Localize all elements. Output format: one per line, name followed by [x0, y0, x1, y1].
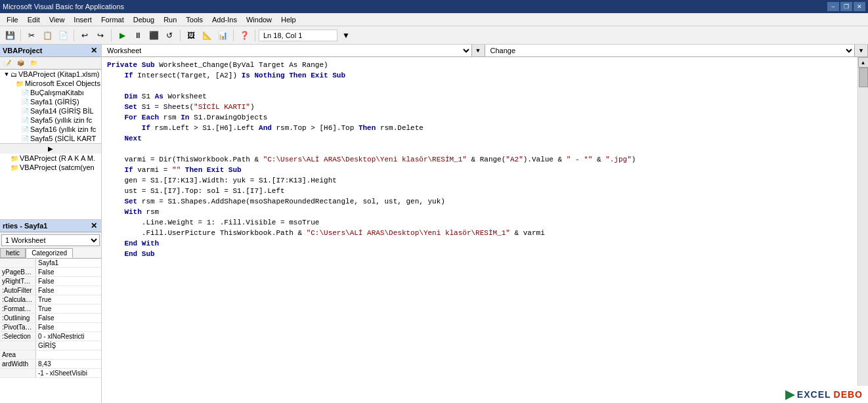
object-dropdown-btn[interactable]: ▼	[472, 45, 485, 56]
tree-item-satcm[interactable]: 📁 VBAProject (satcm(yen	[0, 163, 101, 172]
toolbar-undo[interactable]: ↩	[77, 28, 92, 43]
restore-button[interactable]: ❐	[840, 2, 852, 11]
toolbar-design[interactable]: 📐	[200, 28, 214, 43]
title-bar: Microsoft Visual Basic for Applications …	[0, 0, 868, 13]
sheet-icon: 📄	[21, 117, 29, 124]
prop-value[interactable]: 8,43	[36, 360, 101, 368]
tree-item-sayfa14[interactable]: 📄 Sayfa14 (GİRİŞ BİL	[0, 106, 101, 116]
menu-format[interactable]: Format	[97, 14, 128, 25]
scroll-track[interactable]	[859, 68, 868, 392]
props-row-yrighttolef: yRightToLef False	[0, 277, 101, 286]
code-container: Private Sub Worksheet_Change(ByVal Targe…	[102, 57, 868, 403]
toolbar-save[interactable]: 💾	[3, 28, 17, 43]
object-dropdown[interactable]: Worksheet	[102, 45, 472, 56]
toolbar: 💾 ✂ 📋 📄 ↩ ↪ ▶ ⏸ ⬛ ↺ 🖼 📐 📊 ❓ Ln 18, Col 1…	[0, 26, 868, 45]
props-row-ypagebreak: yPageBreak False	[0, 268, 101, 277]
menu-view[interactable]: View	[45, 14, 69, 25]
tree-item-sayfa15[interactable]: 📄 Sayfa5 (yıllık izin fc	[0, 116, 101, 125]
properties-close-button[interactable]: ✕	[89, 221, 98, 230]
toolbar-sep-4	[180, 30, 181, 41]
menu-insert[interactable]: Insert	[70, 14, 96, 25]
prop-value[interactable]: -1 - xlSheetVisibi	[36, 369, 101, 377]
menu-tools[interactable]: Tools	[182, 14, 207, 25]
folder-icon: 📁	[11, 155, 18, 162]
toolbar-sep-3	[111, 30, 112, 41]
toolbar-reset[interactable]: ↺	[162, 28, 177, 43]
menu-edit[interactable]: Edit	[24, 14, 44, 25]
prop-name: :FormatCon	[0, 305, 36, 313]
prop-value[interactable]: False	[36, 268, 101, 276]
logo-area: ▶ EXCEL DEBO	[785, 387, 863, 402]
prop-value[interactable]: True	[36, 305, 101, 313]
prop-value[interactable]: False	[36, 323, 101, 331]
close-button[interactable]: ✕	[854, 2, 865, 11]
tree-item-excel-objects[interactable]: 📁 Microsoft Excel Objects	[0, 79, 101, 88]
tree-item-sayfa5[interactable]: 📄 Sayfa5 (SİCİL KART	[0, 134, 101, 143]
properties-table: Sayfa1 yPageBreak False yRightToLef Fals…	[0, 259, 101, 403]
tree-item-kitap1[interactable]: ▼ 🗂 VBAProject (Kitap1.xlsm)	[0, 70, 101, 79]
sheet-icon: 📄	[21, 126, 29, 133]
properties-panel: rties - Sayfa1 ✕ 1 Worksheet hetic Categ…	[0, 219, 101, 403]
tree-item-rakam[interactable]: 📁 VBAProject (R A K A M.	[0, 154, 101, 163]
prop-value[interactable]: False	[36, 277, 101, 286]
props-row-selection: :Selection 0 - xlNoRestricti	[0, 332, 101, 341]
procedure-dropdown[interactable]: Change	[485, 45, 856, 56]
tree-label: Sayfa14 (GİRİŞ BİL	[30, 107, 94, 115]
prop-value[interactable]: False	[36, 314, 101, 322]
procedure-dropdown-btn[interactable]: ▼	[855, 45, 868, 56]
bottom-bar: ▶ EXCEL DEBO	[780, 386, 868, 403]
prop-name: :AutoFilter	[0, 286, 36, 295]
toolbar-userform[interactable]: 🖼	[184, 28, 198, 43]
sheet-icon: 📄	[21, 135, 29, 142]
code-editor[interactable]: Private Sub Worksheet_Change(ByVal Targe…	[102, 57, 857, 403]
prop-name: Area	[0, 350, 36, 359]
prop-value[interactable]: False	[36, 286, 101, 295]
project-close-button[interactable]: ✕	[89, 46, 98, 55]
scroll-up-button[interactable]: ▲	[858, 57, 869, 68]
prop-name: :Calculation	[0, 295, 36, 304]
toolbar-run[interactable]: ▶	[115, 28, 129, 43]
tree-item-workbook[interactable]: 📄 BuÇalışmaKitabı	[0, 88, 101, 97]
prop-value[interactable]: GİRİŞ	[36, 341, 101, 350]
prop-value[interactable]: True	[36, 295, 101, 304]
toolbar-help[interactable]: ❓	[237, 28, 251, 43]
proj-toggle-folders[interactable]: 📁	[28, 58, 39, 68]
toolbar-paste[interactable]: 📄	[56, 28, 70, 43]
menu-run[interactable]: Run	[160, 14, 181, 25]
menu-debug[interactable]: Debug	[129, 14, 158, 25]
tab-categorized[interactable]: Categorized	[26, 248, 73, 258]
toolbar-stop[interactable]: ⬛	[146, 28, 161, 43]
prop-value[interactable]: 0 - xlNoRestricti	[36, 332, 101, 341]
prop-value[interactable]	[36, 350, 101, 359]
tree-label: Microsoft Excel Objects	[25, 79, 100, 87]
tree-label: Sayfa1 (GİRİŞ)	[30, 98, 79, 106]
scroll-right[interactable]: ▶	[0, 143, 101, 154]
minimize-button[interactable]: –	[827, 2, 839, 11]
main-layout: VBAProject ✕ 📝 📦 📁 ▼ 🗂 VBAProject (Kitap…	[0, 45, 868, 403]
proj-view-code[interactable]: 📝	[1, 58, 13, 68]
sheet-icon: 📄	[21, 98, 29, 106]
menu-window[interactable]: Window	[242, 14, 276, 25]
folder-icon: 📁	[11, 164, 18, 171]
menu-addins[interactable]: Add-Ins	[208, 14, 241, 25]
menu-file[interactable]: File	[3, 14, 22, 25]
toolbar-status-expand[interactable]: ▼	[339, 28, 353, 43]
tree-item-sayfa1[interactable]: 📄 Sayfa1 (GİRİŞ)	[0, 97, 101, 106]
tree-item-sayfa16[interactable]: 📄 Sayfa16 (yıllık izin fc	[0, 125, 101, 134]
menu-help[interactable]: Help	[277, 14, 300, 25]
props-row-formatcon: :FormatCon True	[0, 305, 101, 314]
toolbar-redo[interactable]: ↪	[93, 28, 108, 43]
toolbar-pause[interactable]: ⏸	[131, 28, 145, 43]
prop-name: yRightToLef	[0, 277, 36, 286]
scroll-thumb[interactable]	[859, 68, 868, 87]
tree-label: Sayfa5 (yıllık izin fc	[30, 116, 92, 124]
properties-object-selector[interactable]: 1 Worksheet	[1, 234, 100, 246]
toolbar-copy[interactable]: 📋	[40, 28, 54, 43]
prop-name: :Selection	[0, 332, 36, 341]
prop-name: ardWidth	[0, 360, 36, 368]
props-row-ardwidth: ardWidth 8,43	[0, 360, 101, 369]
toolbar-cut[interactable]: ✂	[24, 28, 39, 43]
proj-view-obj[interactable]: 📦	[14, 58, 26, 68]
toolbar-proj[interactable]: 📊	[215, 28, 230, 43]
tab-alphabetic[interactable]: hetic	[0, 248, 26, 258]
